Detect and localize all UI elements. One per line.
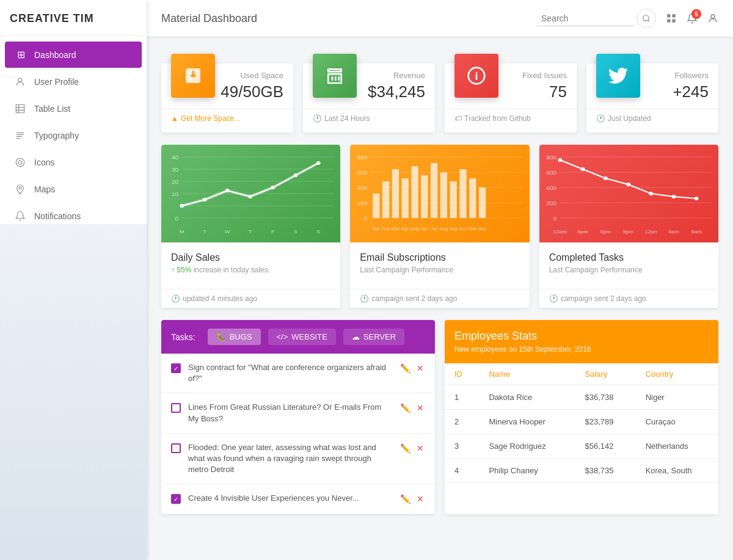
- sidebar: CREATIVE TIM ⊞ Dashboard User Profile Ta…: [0, 0, 147, 560]
- dashboard-icon: ⊞: [15, 49, 27, 60]
- svg-text:0: 0: [364, 216, 368, 222]
- svg-text:30: 30: [172, 167, 178, 173]
- used-space-footer-text: Get More Space...: [181, 114, 240, 123]
- table-row: 4 Philip Chaney $38,735 Korea, South: [445, 459, 718, 483]
- task-actions-4: ✏️ ✕: [399, 493, 425, 505]
- clock-icon: 🕐: [360, 294, 369, 303]
- cell-name: Minerva Hooper: [479, 410, 575, 434]
- revenue-footer-text: Last 24 Hours: [324, 114, 370, 123]
- svg-rect-14: [667, 14, 670, 17]
- task-checkbox-2[interactable]: [171, 403, 181, 413]
- svg-rect-68: [460, 169, 467, 218]
- sidebar-item-table-list[interactable]: Table List: [5, 96, 142, 122]
- svg-point-18: [711, 15, 715, 18]
- employees-table: ID Name Salary Country 1 Dakota Rice $36…: [445, 363, 718, 483]
- task-item-1: Sign contract for "What are conference o…: [161, 354, 435, 393]
- sidebar-item-notifications[interactable]: Notifications: [5, 203, 142, 229]
- svg-point-11: [19, 187, 21, 189]
- task-checkbox-1[interactable]: [171, 363, 181, 373]
- sidebar-item-typography[interactable]: Typography: [5, 123, 142, 148]
- svg-text:T: T: [203, 228, 206, 234]
- chart-subtitle-text: increase in today sales.: [194, 266, 270, 274]
- svg-text:8am: 8am: [668, 228, 679, 234]
- svg-point-37: [225, 189, 230, 192]
- cell-country: Korea, South: [636, 459, 718, 483]
- svg-rect-21: [188, 76, 192, 81]
- user-icon: [15, 76, 27, 87]
- cell-name: Sage Rodriguez: [479, 434, 575, 459]
- sidebar-item-user-profile[interactable]: User Profile: [5, 69, 142, 95]
- page-title: Material Dashboard: [161, 12, 536, 25]
- email-subscriptions-chart: 800 600 400 200 0: [350, 145, 529, 242]
- task-checkbox-4[interactable]: [171, 494, 181, 504]
- search-input[interactable]: [536, 11, 634, 26]
- svg-text:600: 600: [357, 170, 368, 176]
- svg-text:200: 200: [357, 200, 368, 206]
- svg-point-0: [18, 78, 22, 82]
- svg-text:Aug: Aug: [440, 226, 448, 231]
- cell-country: Niger: [636, 385, 718, 410]
- svg-rect-67: [450, 181, 457, 218]
- fixed-issues-icon: i: [454, 54, 498, 98]
- sidebar-item-maps[interactable]: Maps: [5, 176, 142, 202]
- task-text-1: Sign contract for "What are conference o…: [188, 362, 392, 384]
- charts-row: 40 30 20 10 0: [161, 145, 718, 308]
- search-area: [536, 9, 656, 28]
- notifications-button[interactable]: 5: [687, 13, 698, 24]
- email-subscriptions-subtitle: Last Campaign Performance: [360, 266, 519, 274]
- svg-text:T: T: [249, 228, 252, 234]
- clock-icon: 🕐: [313, 114, 322, 123]
- svg-text:Oct: Oct: [459, 226, 467, 231]
- user-profile-button[interactable]: [707, 13, 718, 24]
- tasks-tab-website[interactable]: </> WEBSITE: [268, 329, 336, 345]
- search-button[interactable]: [636, 9, 656, 28]
- email-subscriptions-body: Email Subscriptions Last Campaign Perfor…: [350, 242, 529, 289]
- sidebar-item-icons[interactable]: Icons: [5, 150, 142, 175]
- svg-point-38: [248, 195, 252, 198]
- cell-id: 4: [445, 459, 479, 483]
- clock-icon: 🕐: [549, 294, 558, 303]
- cell-country: Curaçao: [636, 410, 718, 434]
- task-edit-2[interactable]: ✏️: [399, 402, 412, 414]
- daily-sales-title: Daily Sales: [171, 252, 330, 263]
- task-delete-2[interactable]: ✕: [415, 402, 425, 414]
- website-icon: </>: [277, 332, 288, 341]
- task-delete-4[interactable]: ✕: [415, 493, 425, 505]
- task-delete-1[interactable]: ✕: [415, 362, 425, 374]
- employees-title: Employees Stats: [454, 330, 709, 343]
- svg-text:M: M: [180, 228, 184, 234]
- used-space-icon: [171, 54, 215, 98]
- svg-text:Apr: Apr: [401, 226, 409, 231]
- revenue-icon: [313, 54, 357, 98]
- completed-tasks-footer: 🕐 campaign sent 2 days ago: [539, 289, 718, 308]
- svg-point-98: [671, 195, 676, 198]
- table-row: 3 Sage Rodriguez $56,142 Netherlands: [445, 434, 718, 459]
- task-edit-1[interactable]: ✏️: [399, 362, 412, 374]
- task-checkbox-3[interactable]: [171, 443, 181, 453]
- table-icon: [15, 103, 27, 114]
- svg-point-9: [18, 161, 22, 164]
- svg-text:0: 0: [553, 216, 556, 222]
- tasks-tab-bugs[interactable]: 🐛 BUGS: [208, 329, 261, 345]
- grid-button[interactable]: [666, 13, 677, 24]
- svg-rect-66: [440, 172, 447, 218]
- stat-card-revenue: Revenue $34,245 🕐 Last 24 Hours: [303, 64, 435, 133]
- svg-rect-15: [673, 14, 676, 17]
- sidebar-item-label: Icons: [34, 158, 54, 167]
- svg-rect-63: [412, 166, 418, 218]
- sidebar-item-dashboard[interactable]: ⊞ Dashboard: [5, 42, 142, 68]
- cell-id: 3: [445, 434, 479, 459]
- completed-tasks-chart: 800 600 400 200 0: [539, 145, 718, 242]
- task-delete-3[interactable]: ✕: [415, 442, 425, 454]
- tasks-tab-server[interactable]: ☁ SERVER: [343, 329, 404, 345]
- svg-text:800: 800: [357, 155, 368, 161]
- col-name: Name: [479, 363, 575, 385]
- svg-rect-70: [479, 187, 486, 218]
- task-edit-4[interactable]: ✏️: [399, 493, 412, 505]
- svg-rect-1: [16, 104, 24, 113]
- sidebar-item-label: User Profile: [34, 77, 79, 87]
- task-text-3: Flooded: One year later, assessing what …: [188, 442, 392, 476]
- svg-text:400: 400: [357, 185, 368, 191]
- task-edit-3[interactable]: ✏️: [399, 442, 412, 454]
- task-actions-2: ✏️ ✕: [399, 402, 425, 414]
